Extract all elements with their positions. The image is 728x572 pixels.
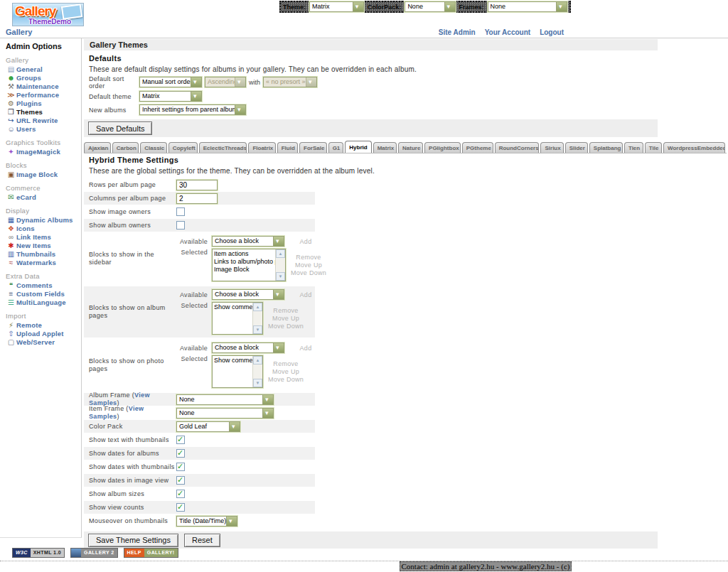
checkbox[interactable] (176, 449, 185, 458)
save-theme-settings-button[interactable]: Save Theme Settings (88, 534, 178, 547)
scroll-up-icon[interactable] (276, 249, 285, 258)
tab-pgtheme[interactable]: PGtheme (462, 142, 493, 153)
move-up-button[interactable]: Move Up (263, 315, 309, 323)
tab-hybrid[interactable]: Hybrid (345, 141, 371, 153)
checkbox[interactable] (176, 476, 185, 485)
tab-fluid[interactable]: Fluid (277, 142, 298, 153)
checkbox[interactable] (176, 503, 185, 512)
selected-listbox[interactable]: Show comments (212, 302, 263, 335)
sidebar-item-performance[interactable]: ≫Performance (6, 91, 81, 99)
sidebar-item-image-block[interactable]: ▣Image Block (6, 171, 81, 178)
default-sort-order-select[interactable]: Manual sort order (139, 77, 202, 87)
move-down-button[interactable]: Move Down (263, 323, 309, 330)
tab-forsale[interactable]: ForSale (299, 142, 327, 153)
sidebar-item-users[interactable]: ☺Users (6, 125, 81, 133)
listbox-scrollbar[interactable] (252, 303, 262, 334)
tab-eclecticthreads[interactable]: EclecticThreads (199, 142, 247, 153)
new-albums-select[interactable]: Inherit settings from parent album (139, 104, 246, 115)
listbox-option[interactable]: Links to album/photo peers (214, 258, 275, 266)
logout-link[interactable]: Logout (540, 28, 564, 36)
scroll-up-icon[interactable] (253, 303, 262, 311)
sidebar-item-url-rewrite[interactable]: ↪URL Rewrite (6, 117, 81, 124)
scroll-down-icon[interactable] (253, 325, 262, 334)
checkbox[interactable] (176, 221, 185, 230)
listbox-option[interactable]: Image Block (214, 266, 275, 274)
text-input[interactable] (176, 180, 218, 190)
sidebar-item-imagemagick[interactable]: ✦ImageMagick (6, 148, 81, 156)
listbox-option[interactable]: Item actions (214, 250, 275, 258)
tab-splatbang[interactable]: Splatbang (589, 142, 623, 153)
sidebar-item-watermarks[interactable]: ≈Watermarks (6, 259, 81, 266)
add-button[interactable]: Add (284, 291, 327, 298)
sidebar-item-multilanguage[interactable]: ☰MultiLanguage (6, 298, 81, 306)
listbox-option[interactable]: Show comments (214, 357, 252, 365)
default-theme-select[interactable]: Matrix (139, 91, 202, 102)
sidebar-item-thumbnails[interactable]: ▥Thumbnails (6, 250, 81, 258)
frames-select[interactable]: None (488, 1, 567, 12)
select[interactable]: None (176, 408, 274, 419)
remove-button[interactable]: Remove (263, 307, 309, 315)
checkbox[interactable] (176, 436, 185, 444)
move-down-button[interactable]: Move Down (286, 269, 331, 277)
move-up-button[interactable]: Move Up (263, 368, 309, 376)
sidebar-item-general[interactable]: ▤General (6, 65, 81, 73)
sidebar-item-upload-applet[interactable]: ⇧Upload Applet (6, 330, 81, 338)
tab-floatrix[interactable]: Floatrix (248, 142, 275, 153)
checkbox[interactable] (176, 463, 185, 471)
scroll-down-icon[interactable] (253, 379, 262, 387)
tab-tien[interactable]: Tien (624, 142, 643, 153)
sidebar-item-new-items[interactable]: ✱New Items (6, 242, 81, 249)
save-defaults-button[interactable]: Save Defaults (88, 122, 152, 135)
listbox-option[interactable]: Show comments (214, 303, 252, 311)
w3c-xhtml-badge[interactable]: W3C XHTML 1.0 (12, 548, 65, 558)
sidebar-item-dynamic-albums[interactable]: ▦Dynamic Albums (6, 216, 81, 224)
tab-tile[interactable]: Tile (645, 142, 662, 153)
checkbox[interactable] (176, 490, 185, 498)
choose-block-select[interactable]: Choose a block (212, 342, 284, 353)
scroll-up-icon[interactable] (253, 356, 262, 365)
theme-select[interactable]: Matrix (309, 1, 364, 12)
add-button[interactable]: Add (284, 238, 327, 245)
tab-pglightbox[interactable]: PGlightbox (424, 142, 461, 153)
scroll-down-icon[interactable] (276, 272, 285, 281)
help-gallery-badge[interactable]: HELP GALLERY! (124, 548, 178, 558)
choose-block-select[interactable]: Choose a block (212, 289, 284, 300)
select[interactable]: None (176, 394, 274, 405)
sidebar-item-maintenance[interactable]: ⚒Maintenance (6, 82, 81, 90)
colorpack-select[interactable]: None (405, 1, 455, 12)
listbox-scrollbar[interactable] (252, 356, 262, 387)
remove-button[interactable]: Remove (263, 360, 309, 368)
your-account-link[interactable]: Your Account (485, 28, 530, 36)
tab-carbon[interactable]: Carbon (112, 142, 139, 153)
selected-listbox[interactable]: Show comments (212, 355, 263, 388)
gallery-logo[interactable]: Gallery ThemeDemo (12, 3, 84, 26)
tab-g1[interactable]: G1 (328, 142, 344, 153)
sidebar-item-groups[interactable]: ☻Groups (6, 74, 81, 82)
reset-button[interactable]: Reset (184, 534, 220, 547)
tab-nature[interactable]: Nature (398, 142, 423, 153)
sidebar-item-comments[interactable]: ❝Comments (6, 281, 81, 289)
move-down-button[interactable]: Move Down (263, 376, 309, 384)
tab-ajaxian[interactable]: Ajaxian (84, 142, 111, 153)
tab-siriux[interactable]: Siriux (540, 142, 563, 153)
choose-block-select[interactable]: Choose a block (212, 236, 284, 247)
selected-listbox[interactable]: Item actionsLinks to album/photo peersIm… (212, 249, 286, 281)
listbox-scrollbar[interactable] (275, 249, 285, 281)
tab-copyleft[interactable]: Copyleft (168, 142, 198, 153)
sidebar-item-ecard[interactable]: ✉eCard (6, 193, 81, 201)
sidebar-item-icons[interactable]: ❖Icons (6, 225, 81, 232)
remove-button[interactable]: Remove (286, 254, 331, 261)
checkbox[interactable] (176, 207, 185, 216)
gallery2-badge[interactable]: GALLERY 2 (70, 548, 118, 558)
move-up-button[interactable]: Move Up (286, 261, 331, 269)
breadcrumb-gallery-link[interactable]: Gallery (6, 28, 32, 36)
sidebar-item-remote[interactable]: ⚡Remote (6, 321, 81, 329)
sidebar-item-custom-fields[interactable]: ≡Custom Fields (6, 290, 81, 298)
select[interactable]: Gold Leaf (176, 421, 240, 432)
sidebar-item-web-server[interactable]: ▢Web/Server (6, 338, 81, 346)
tab-slider[interactable]: Slider (565, 142, 588, 153)
text-input[interactable] (176, 193, 218, 204)
tab-matrix[interactable]: Matrix (373, 142, 397, 153)
sidebar-item-plugins[interactable]: ⚙Plugins (6, 99, 81, 107)
select[interactable]: Title (Date/Time) (176, 516, 237, 527)
